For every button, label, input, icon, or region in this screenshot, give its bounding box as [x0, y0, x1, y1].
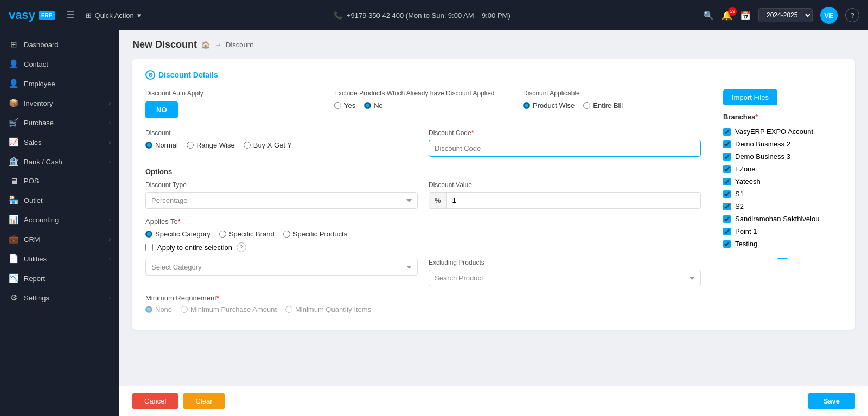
- branch-name: Sandiramohan Sakthivelou: [735, 215, 819, 223]
- sidebar-item-purchase[interactable]: 🛒 Purchase ›: [0, 113, 119, 132]
- dashboard-icon: ⊞: [9, 40, 18, 49]
- no-label: No: [374, 101, 383, 110]
- discount-code-input[interactable]: [429, 140, 701, 157]
- quick-action-button[interactable]: ⊞ Quick Action ▾: [86, 11, 141, 20]
- sidebar-item-label: Bank / Cash: [24, 158, 62, 166]
- discount-type-select[interactable]: Percentage: [145, 192, 418, 209]
- sidebar-item-report[interactable]: 📉 Report: [0, 268, 119, 288]
- sidebar: ⊞ Dashboard 👤 Contact 👤 Employee 📦 Inven…: [0, 30, 119, 416]
- min-none-radio[interactable]: None: [145, 305, 172, 313]
- sidebar-item-accounting[interactable]: 📊 Accounting ›: [0, 210, 119, 229]
- discount-label: Discount: [145, 129, 418, 137]
- hamburger-menu-icon[interactable]: ☰: [66, 9, 75, 21]
- branch-item: Testing: [723, 238, 842, 250]
- quick-action-plus-icon: ⊞: [86, 11, 92, 20]
- calendar-icon[interactable]: 📅: [740, 10, 751, 21]
- specific-category-radio[interactable]: Specific Category: [145, 230, 210, 238]
- branch-name: Demo Business 2: [735, 140, 790, 148]
- notification-badge: 59: [728, 7, 737, 16]
- search-icon[interactable]: 🔍: [703, 10, 714, 21]
- min-qty-radio[interactable]: Minimum Quantity Items: [285, 305, 371, 313]
- help-tooltip-icon[interactable]: ?: [237, 242, 246, 252]
- notification-icon[interactable]: 🔔 59: [722, 10, 732, 21]
- branch-checkbox[interactable]: [723, 240, 731, 248]
- apply-entire-checkbox[interactable]: [145, 244, 153, 251]
- cancel-button[interactable]: Cancel: [132, 393, 178, 409]
- branch-item: Demo Business 2: [723, 138, 842, 150]
- specific-brand-radio[interactable]: Specific Brand: [219, 230, 275, 238]
- branch-item: VasyERP EXPO Account: [723, 125, 842, 138]
- quick-action-label: Quick Action: [95, 11, 134, 20]
- min-purchase-radio[interactable]: Minimum Purchase Amount: [181, 305, 277, 313]
- normal-label: Normal: [155, 141, 178, 149]
- report-icon: 📉: [9, 273, 18, 283]
- sidebar-item-sales[interactable]: 📈 Sales ›: [0, 132, 119, 152]
- normal-radio[interactable]: Normal: [145, 141, 178, 149]
- excluding-products-field: Excluding Products Search Product: [429, 259, 701, 286]
- sidebar-item-dashboard[interactable]: ⊞ Dashboard: [0, 35, 119, 54]
- branch-name: FZone: [735, 165, 756, 173]
- branch-checkbox[interactable]: [723, 165, 731, 173]
- branch-checkbox[interactable]: [723, 153, 731, 161]
- specific-products-label: Specific Products: [293, 230, 347, 238]
- sidebar-item-settings[interactable]: ⚙ Settings ›: [0, 288, 119, 308]
- branch-checkbox[interactable]: [723, 228, 731, 235]
- breadcrumb-home[interactable]: 🏠: [201, 41, 210, 49]
- help-icon[interactable]: ?: [845, 8, 859, 22]
- logo: vasy ERP: [9, 8, 55, 22]
- minimum-req-label: Minimum Requirement*: [145, 294, 701, 302]
- sidebar-item-label: Dashboard: [24, 41, 59, 49]
- chevron-right-icon: ›: [109, 236, 111, 242]
- breadcrumb-current: Discount: [226, 41, 253, 49]
- settings-circle-icon: ⚙: [145, 70, 155, 80]
- entire-bill-radio[interactable]: Entire Bill: [583, 101, 623, 110]
- branches-list: VasyERP EXPO Account Demo Business 2 Dem…: [723, 125, 842, 264]
- sidebar-item-label: Employee: [24, 80, 55, 88]
- range-wise-label: Range Wise: [196, 141, 235, 149]
- sidebar-item-utilities[interactable]: 📄 Utilities ›: [0, 249, 119, 268]
- discount-type-select-field: Discount Type Percentage: [145, 181, 418, 209]
- toggle-no-button[interactable]: NO: [145, 101, 178, 118]
- product-wise-radio[interactable]: Product Wise: [523, 101, 575, 110]
- specific-category-label: Specific Category: [155, 230, 210, 238]
- branch-checkbox[interactable]: [723, 140, 731, 148]
- branch-item: S1: [723, 188, 842, 200]
- branch-name: Point 1: [735, 227, 757, 235]
- sidebar-item-outlet[interactable]: 🏪 Outlet: [0, 190, 119, 210]
- sidebar-item-inventory[interactable]: 📦 Inventory ›: [0, 93, 119, 113]
- phone-text: +9179 350 42 400 (Mon to Sun: 9:00 AM – …: [347, 11, 510, 20]
- bankcash-icon: 🏦: [9, 157, 18, 167]
- branch-checkbox[interactable]: [723, 215, 731, 223]
- branch-checkbox[interactable]: [723, 178, 731, 185]
- chevron-right-icon: ›: [109, 120, 111, 126]
- branch-checkbox[interactable]: [723, 203, 731, 210]
- branch-item: Demo Business 3: [723, 150, 842, 163]
- sidebar-item-crm[interactable]: 💼 CRM ›: [0, 229, 119, 249]
- discount-type-field: Discount Normal Range Wise: [145, 129, 418, 157]
- buy-x-get-y-radio[interactable]: Buy X Get Y: [244, 141, 292, 149]
- breadcrumb: New Discount 🏠 → Discount: [132, 39, 855, 50]
- clear-button[interactable]: Clear: [183, 393, 224, 409]
- save-button[interactable]: Save: [808, 393, 855, 409]
- product-wise-label: Product Wise: [533, 101, 575, 110]
- exclude-no-radio[interactable]: No: [364, 101, 383, 110]
- sidebar-item-bankcash[interactable]: 🏦 Bank / Cash ›: [0, 152, 119, 171]
- year-selector[interactable]: 2024-2025: [758, 8, 813, 22]
- branch-checkbox[interactable]: [723, 128, 731, 136]
- discount-applicable-field: Discount Applicable Product Wise Entire …: [523, 89, 701, 118]
- applies-to-label: Applies To*: [145, 217, 701, 226]
- import-files-button[interactable]: Import Files: [723, 89, 777, 105]
- avatar[interactable]: VE: [820, 7, 838, 24]
- discount-type-select-label: Discount Type: [145, 181, 418, 189]
- exclude-yes-radio[interactable]: Yes: [334, 101, 355, 110]
- specific-products-radio[interactable]: Specific Products: [283, 230, 347, 238]
- sidebar-item-employee[interactable]: 👤 Employee: [0, 74, 119, 93]
- sidebar-item-label: Sales: [24, 138, 42, 146]
- select-category-select[interactable]: Select Category: [145, 259, 418, 276]
- range-wise-radio[interactable]: Range Wise: [187, 141, 235, 149]
- search-product-select[interactable]: Search Product: [429, 270, 701, 286]
- branch-checkbox[interactable]: [723, 190, 731, 198]
- discount-value-input[interactable]: [447, 193, 700, 208]
- sidebar-item-pos[interactable]: 🖥 POS: [0, 171, 119, 190]
- sidebar-item-contact[interactable]: 👤 Contact: [0, 54, 119, 74]
